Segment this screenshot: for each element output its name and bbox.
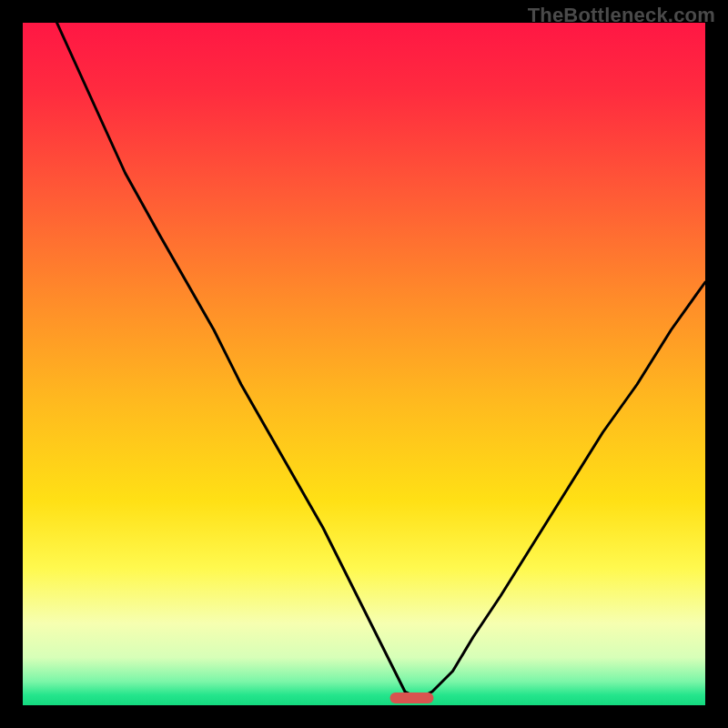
chart-frame: TheBottleneck.com <box>0 0 728 728</box>
gradient-background <box>23 23 705 705</box>
optimal-marker <box>390 693 434 703</box>
watermark-text: TheBottleneck.com <box>528 4 715 27</box>
bottleneck-chart <box>23 23 705 705</box>
